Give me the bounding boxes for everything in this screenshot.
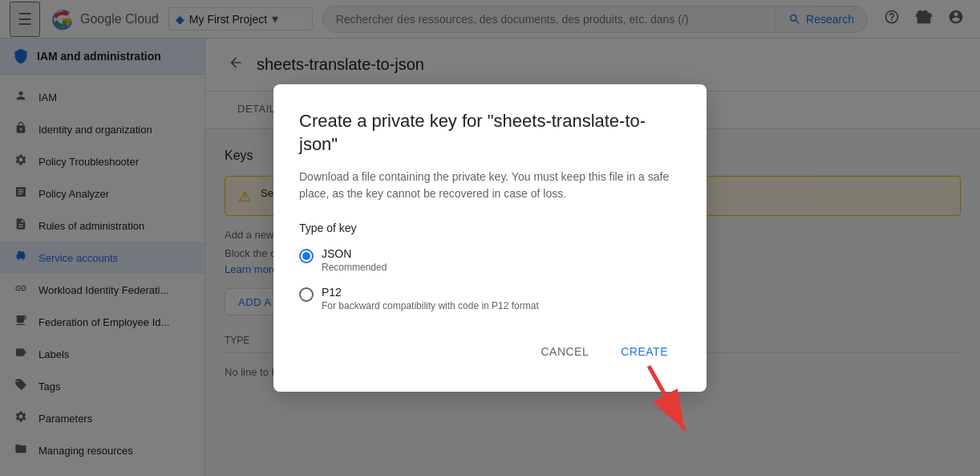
dialog-overlay: Create a private key for "sheets-transla… [0,0,980,476]
dialog-title: Create a private key for "sheets-transla… [299,110,681,156]
dialog-actions: CANCEL CREATE [299,337,681,366]
create-button[interactable]: CREATE [608,337,681,366]
json-option-content: JSON Recommended [322,247,387,273]
p12-label: P12 [322,286,539,299]
json-option[interactable]: JSON Recommended [299,247,681,273]
json-sub: Recommended [322,262,387,273]
dialog-description: Download a file containing the private k… [299,169,681,202]
json-radio-btn[interactable] [299,249,314,263]
p12-sub: For backward compatibility with code in … [322,300,539,311]
red-arrow [625,358,705,446]
p12-radio-btn[interactable] [299,287,314,302]
cancel-button[interactable]: CANCEL [528,337,601,366]
create-key-dialog: Create a private key for "sheets-transla… [273,84,707,392]
svg-line-1 [649,366,685,430]
key-type-label: Type of key [299,222,681,234]
json-label: JSON [322,247,387,260]
p12-option-content: P12 For backward compatibility with code… [322,286,539,311]
p12-option[interactable]: P12 For backward compatibility with code… [299,286,681,311]
